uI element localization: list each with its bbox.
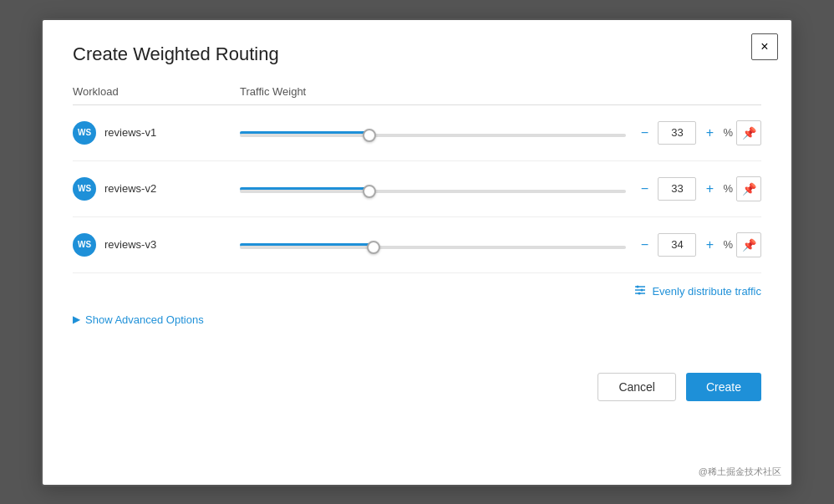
slider-v1[interactable] [240, 134, 626, 137]
ws-badge-v1: WS [73, 121, 96, 145]
slider-section-v2: − + % 📌 [240, 176, 761, 201]
workload-row: WS reviews-v2 − + % 📌 [73, 161, 761, 217]
increment-v1[interactable]: + [699, 123, 720, 143]
svg-point-4 [641, 288, 643, 291]
advanced-options-link[interactable]: Show Advanced Options [85, 313, 204, 326]
weight-controls-v3: − + % 📌 [634, 232, 761, 257]
decrement-v3[interactable]: − [634, 235, 654, 255]
weight-controls-v2: − + % 📌 [634, 176, 761, 201]
pct-label-v2: % [723, 182, 733, 195]
distribute-row: Evenly distribute traffic [73, 273, 761, 307]
pin-button-v1[interactable]: 📌 [736, 120, 761, 145]
workload-info-v1: WS reviews-v1 [73, 121, 240, 145]
workload-info-v2: WS reviews-v2 [73, 177, 240, 201]
chevron-right-icon: ▶ [73, 313, 80, 325]
create-button[interactable]: Create [686, 373, 761, 401]
col-workload-header: Workload [73, 85, 240, 98]
slider-wrapper-v3 [240, 238, 626, 252]
slider-section-v3: − + % 📌 [240, 232, 761, 257]
slider-wrapper-v2 [240, 182, 626, 196]
distribute-icon [633, 283, 647, 300]
increment-v2[interactable]: + [699, 179, 720, 199]
slider-v2[interactable] [240, 190, 626, 193]
workload-info-v3: WS reviews-v3 [73, 233, 240, 257]
weight-controls-v1: − + % 📌 [634, 120, 761, 145]
slider-v3[interactable] [240, 246, 626, 249]
weight-input-v2[interactable] [658, 177, 696, 201]
svg-point-3 [637, 285, 639, 288]
pct-label-v3: % [723, 238, 733, 251]
weight-input-v3[interactable] [658, 233, 696, 257]
svg-point-5 [638, 292, 641, 294]
distribute-button[interactable]: Evenly distribute traffic [633, 283, 761, 300]
workload-name-v2: reviews-v2 [104, 182, 156, 195]
footer-row: Cancel Create [73, 359, 761, 401]
modal-container: Create Weighted Routing × Workload Traff… [41, 18, 793, 486]
workload-name-v3: reviews-v3 [104, 238, 156, 251]
slider-wrapper-v1 [240, 126, 626, 140]
modal-title: Create Weighted Routing [73, 43, 761, 65]
workload-name-v1: reviews-v1 [104, 126, 156, 139]
col-traffic-header: Traffic Weight [240, 85, 761, 98]
cancel-button[interactable]: Cancel [598, 373, 676, 401]
close-button[interactable]: × [751, 33, 778, 60]
decrement-v1[interactable]: − [634, 123, 654, 143]
pin-button-v3[interactable]: 📌 [736, 232, 761, 257]
ws-badge-v2: WS [73, 177, 96, 201]
pct-label-v1: % [723, 126, 733, 139]
slider-section-v1: − + % 📌 [240, 120, 761, 145]
increment-v3[interactable]: + [699, 235, 720, 255]
workload-row: WS reviews-v1 − + % 📌 [73, 105, 761, 161]
workload-row: WS reviews-v3 − + % 📌 [73, 217, 761, 273]
watermark: @稀土掘金技术社区 [699, 466, 781, 478]
table-header: Workload Traffic Weight [73, 85, 761, 105]
pin-button-v2[interactable]: 📌 [736, 176, 761, 201]
weight-input-v1[interactable] [658, 121, 696, 145]
distribute-label: Evenly distribute traffic [652, 285, 761, 298]
decrement-v2[interactable]: − [634, 179, 654, 199]
ws-badge-v3: WS [73, 233, 96, 257]
advanced-options-row[interactable]: ▶ Show Advanced Options [73, 307, 761, 326]
